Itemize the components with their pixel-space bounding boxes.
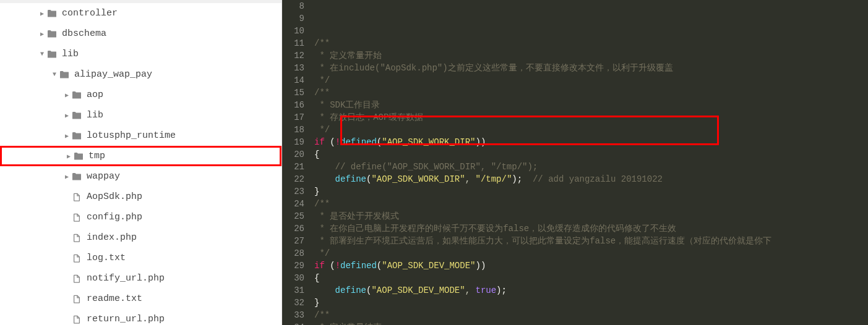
- code-editor[interactable]: 8910111213141516171819202122232425262728…: [282, 0, 868, 325]
- tree-label: lib: [62, 49, 281, 59]
- tree-item-index.php[interactable]: index.php: [0, 227, 281, 248]
- code-line[interactable]: /**: [314, 87, 868, 99]
- code-line[interactable]: * 定义常量开始: [314, 49, 868, 62]
- tree-label: dbschema: [62, 28, 281, 39]
- file-icon: [72, 192, 82, 202]
- tree-label: AopSdk.php: [87, 192, 281, 202]
- code-line[interactable]: define("AOP_SDK_DEV_MODE", true);: [314, 284, 868, 297]
- line-number: 22: [282, 173, 304, 185]
- chevron-right-icon[interactable]: ▶: [37, 30, 47, 38]
- code-line[interactable]: /**: [314, 37, 868, 49]
- code-line[interactable]: }: [314, 297, 868, 309]
- line-number: 16: [282, 99, 304, 111]
- folder-icon: [47, 49, 57, 59]
- tree-item-notify_url.php[interactable]: notify_url.php: [0, 268, 281, 289]
- file-icon: [72, 314, 82, 324]
- tree-item-lib[interactable]: ▼lib: [0, 44, 281, 64]
- folder-icon: [72, 90, 82, 100]
- line-number: 14: [282, 74, 304, 87]
- file-icon: [72, 213, 82, 222]
- code-line[interactable]: * 部署到生产环境正式运营后，如果性能压力大，可以把此常量设定为false，能提…: [314, 235, 868, 247]
- code-line[interactable]: * 在include("AopSdk.php")之前定义这些常量，不要直接修改本…: [314, 62, 868, 74]
- tree-label: tmp: [88, 151, 280, 161]
- line-number: 33: [282, 309, 304, 321]
- chevron-down-icon[interactable]: ▼: [37, 51, 47, 57]
- line-number: 20: [282, 148, 304, 161]
- line-number: 26: [282, 222, 304, 235]
- chevron-right-icon[interactable]: ▶: [62, 132, 72, 140]
- code-line[interactable]: */: [314, 247, 868, 260]
- code-line[interactable]: if (!defined("AOP_SDK_DEV_MODE")): [314, 260, 868, 272]
- tree-item-alipay_wap_pay[interactable]: ▼alipay_wap_pay: [0, 64, 281, 85]
- line-gutter: 8910111213141516171819202122232425262728…: [282, 0, 311, 325]
- code-line[interactable]: * 是否处于开发模式: [314, 210, 868, 222]
- tree-label: return_url.php: [87, 314, 281, 324]
- line-number: 30: [282, 272, 304, 284]
- tree-item-lotusphp_runtime[interactable]: ▶lotusphp_runtime: [0, 125, 281, 146]
- file-icon: [72, 233, 82, 243]
- code-line[interactable]: * 存放日志，AOP缓存数据: [314, 111, 868, 124]
- code-line[interactable]: * 在你自己电脑上开发程序的时候千万不要设为false，以免缓存造成你的代码修改…: [314, 222, 868, 235]
- folder-icon: [72, 172, 82, 182]
- tree-item-AopSdk.php[interactable]: AopSdk.php: [0, 187, 281, 207]
- code-line[interactable]: // define("AOP_SDK_WORK_DIR", "/tmp/");: [314, 161, 868, 173]
- file-icon: [72, 274, 82, 284]
- code-area[interactable]: /** * 定义常量开始 * 在include("AopSdk.php")之前定…: [311, 0, 868, 325]
- tree-item-log.txt[interactable]: log.txt: [0, 248, 281, 268]
- code-line[interactable]: {: [314, 272, 868, 284]
- tree-item-dbschema[interactable]: ▶dbschema: [0, 23, 281, 44]
- folder-icon: [59, 70, 69, 80]
- chevron-right-icon[interactable]: ▶: [62, 173, 72, 180]
- tree-label: index.php: [87, 232, 281, 243]
- tree-item-readme.txt[interactable]: readme.txt: [0, 289, 281, 309]
- tree-label: readme.txt: [87, 293, 281, 304]
- code-line[interactable]: if (!defined("AOP_SDK_WORK_DIR")): [314, 136, 868, 148]
- line-number: 13: [282, 62, 304, 74]
- code-line[interactable]: */: [314, 74, 868, 87]
- line-number: 25: [282, 210, 304, 222]
- line-number: 21: [282, 161, 304, 173]
- tree-item-lib[interactable]: ▶lib: [0, 105, 281, 125]
- file-icon: [72, 253, 82, 263]
- line-number: 18: [282, 124, 304, 136]
- folder-icon: [47, 29, 57, 39]
- chevron-down-icon[interactable]: ▼: [49, 71, 59, 78]
- code-line[interactable]: * 定义常量结束: [314, 321, 868, 325]
- code-line[interactable]: }: [314, 185, 868, 198]
- folder-icon: [72, 131, 82, 141]
- line-number: 11: [282, 37, 304, 49]
- chevron-right-icon[interactable]: ▶: [37, 10, 47, 17]
- tree-item-aop[interactable]: ▶aop: [0, 85, 281, 105]
- tree-label: aop: [87, 90, 281, 100]
- tree-label: controller: [62, 8, 281, 19]
- code-line[interactable]: define("AOP_SDK_WORK_DIR", "/tmp/"); // …: [314, 173, 868, 185]
- line-number: 17: [282, 111, 304, 124]
- code-line[interactable]: {: [314, 148, 868, 161]
- line-number: 31: [282, 284, 304, 297]
- line-number: 9: [282, 12, 304, 25]
- chevron-right-icon[interactable]: ▶: [64, 153, 74, 160]
- tree-label: wappay: [87, 171, 281, 182]
- line-number: 10: [282, 25, 304, 37]
- line-number: 34: [282, 321, 304, 325]
- line-number: 32: [282, 297, 304, 309]
- tree-item-return_url.php[interactable]: return_url.php: [0, 309, 281, 325]
- code-line[interactable]: /**: [314, 198, 868, 210]
- tree-label: lotusphp_runtime: [87, 130, 281, 141]
- chevron-right-icon[interactable]: ▶: [62, 91, 72, 99]
- tree-item-config.php[interactable]: config.php: [0, 207, 281, 227]
- chevron-right-icon[interactable]: ▶: [62, 112, 72, 119]
- code-line[interactable]: */: [314, 124, 868, 136]
- tree-item-controller[interactable]: ▶controller: [0, 3, 281, 23]
- tree-item-wappay[interactable]: ▶wappay: [0, 166, 281, 187]
- tree-item-tmp[interactable]: ▶tmp: [0, 146, 281, 166]
- code-line[interactable]: /**: [314, 309, 868, 321]
- line-number: 24: [282, 198, 304, 210]
- line-number: 15: [282, 87, 304, 99]
- folder-icon: [47, 9, 57, 19]
- line-number: 12: [282, 49, 304, 62]
- line-number: 27: [282, 235, 304, 247]
- tree-label: log.txt: [87, 253, 281, 263]
- code-line[interactable]: * SDK工作目录: [314, 99, 868, 111]
- line-number: 23: [282, 185, 304, 198]
